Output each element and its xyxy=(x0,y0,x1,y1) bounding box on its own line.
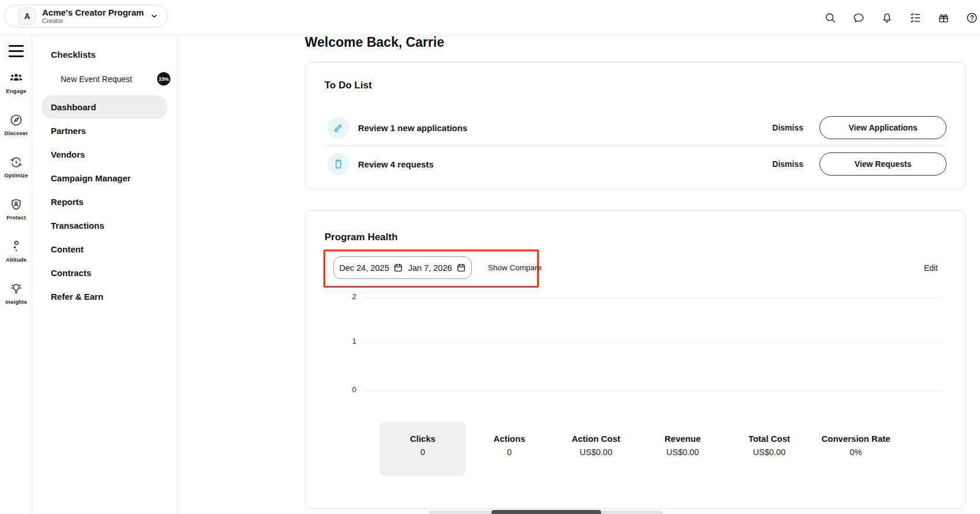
tasks-checklist-icon[interactable] xyxy=(909,12,922,24)
calendar-icon xyxy=(393,263,403,273)
sidebar-item-transactions[interactable]: Transactions xyxy=(32,214,177,237)
program-role: Creator xyxy=(42,17,144,25)
rail-item-engage[interactable]: Engage xyxy=(0,71,32,94)
metric-value: US$0.00 xyxy=(753,448,785,457)
metric-tab-revenue[interactable]: Revenue US$0.00 xyxy=(639,422,726,476)
sidebar-item-contracts[interactable]: Contracts xyxy=(32,261,177,285)
edit-link[interactable]: Edit xyxy=(924,262,938,274)
rail-label: Altitude xyxy=(6,256,27,263)
checklists-header: Checklists xyxy=(51,50,96,60)
dismiss-link[interactable]: Dismiss xyxy=(772,159,803,169)
signature-pen-icon xyxy=(327,117,349,139)
date-range-picker[interactable]: Dec 24, 2025 Jan 7, 2026 xyxy=(333,256,472,279)
altitude-dots-icon xyxy=(9,240,23,254)
chevron-down-icon xyxy=(150,12,158,20)
todo-row-applications: Review 1 new applications Dismiss View A… xyxy=(305,110,965,146)
rail-label: Insights xyxy=(5,299,27,305)
metric-label: Conversion Rate xyxy=(821,434,890,444)
program-health-chart: 2 1 0 xyxy=(305,292,965,407)
sidebar-item-label: Campaign Manager xyxy=(51,173,131,183)
sidebar-item-label: Transactions xyxy=(51,221,105,230)
sidebar-item-label: Content xyxy=(51,244,84,254)
todo-list-card: To Do List Review 1 new applications Dis… xyxy=(305,62,966,189)
discover-compass-icon xyxy=(9,113,23,127)
hamburger-menu-icon[interactable] xyxy=(9,45,24,57)
metric-tabs: Clicks 0 Actions 0 Action Cost US$0.00 R… xyxy=(379,422,899,476)
metric-tab-total-cost[interactable]: Total Cost US$0.00 xyxy=(726,422,813,476)
date-start-value: Dec 24, 2025 xyxy=(339,263,389,273)
metric-tab-action-cost[interactable]: Action Cost US$0.00 xyxy=(553,422,639,476)
dismiss-link[interactable]: Dismiss xyxy=(772,123,803,132)
insights-lightbulb-icon xyxy=(9,282,23,296)
sidebar-item-vendors[interactable]: Vendors xyxy=(32,143,177,166)
metric-label: Action Cost xyxy=(572,434,620,444)
date-start[interactable]: Dec 24, 2025 xyxy=(339,263,403,273)
metric-label: Clicks xyxy=(410,434,435,444)
program-name: Acme's Creator Program xyxy=(42,8,144,17)
sidebar-item-reports[interactable]: Reports xyxy=(32,190,177,214)
rail-label: Discover xyxy=(5,130,28,136)
program-health-title: Program Health xyxy=(325,232,398,243)
page-title: Welcome Back, Carrie xyxy=(305,35,444,50)
top-bar: A Acme's Creator Program Creator xyxy=(0,0,980,36)
sidebar: Checklists New Event Request 33% Dashboa… xyxy=(32,36,177,514)
rail-item-protect[interactable]: Protect xyxy=(0,198,32,221)
metric-label: Total Cost xyxy=(748,434,790,444)
rail-item-optimize[interactable]: Optimize xyxy=(0,155,32,178)
notifications-bell-icon[interactable] xyxy=(881,12,893,24)
sidebar-item-label: Refer & Earn xyxy=(51,292,103,301)
rail-item-discover[interactable]: Discover xyxy=(0,113,32,136)
rail-item-insights[interactable]: Insights xyxy=(0,282,32,305)
rewards-gift-icon[interactable] xyxy=(937,12,950,24)
rail-label: Optimize xyxy=(5,172,28,178)
y-tick: 2 xyxy=(345,292,356,301)
sidebar-item-content[interactable]: Content xyxy=(32,237,177,261)
show-compare-link[interactable]: Show Compare xyxy=(488,262,542,274)
calendar-icon xyxy=(456,263,466,273)
search-icon[interactable] xyxy=(824,12,837,24)
sidebar-item-label: Contracts xyxy=(51,268,91,278)
program-avatar: A xyxy=(18,8,36,25)
dashboard-page: A Acme's Creator Program Creator xyxy=(0,0,980,514)
checklist-item-label: New Event Request xyxy=(61,75,132,84)
topbar-icon-group xyxy=(824,0,978,36)
progress-badge: 33% xyxy=(157,72,170,85)
mobile-device-icon xyxy=(327,153,349,175)
metric-tab-conversion-rate[interactable]: Conversion Rate 0% xyxy=(813,422,899,476)
engage-people-icon xyxy=(9,71,23,85)
sidebar-item-label: Dashboard xyxy=(51,102,96,112)
view-requests-button[interactable]: View Requests xyxy=(819,152,947,176)
rail-item-altitude[interactable]: Altitude xyxy=(0,240,32,263)
sidebar-item-refer-earn[interactable]: Refer & Earn xyxy=(32,285,177,308)
metric-value: 0 xyxy=(420,448,425,457)
program-switcher[interactable]: A Acme's Creator Program Creator xyxy=(4,5,168,28)
metric-label: Revenue xyxy=(665,434,701,444)
sidebar-item-partners[interactable]: Partners xyxy=(32,119,177,143)
chat-icon[interactable] xyxy=(852,12,865,24)
sidebar-item-label: Partners xyxy=(51,126,86,136)
metric-tab-clicks[interactable]: Clicks 0 xyxy=(379,422,466,476)
program-health-card: Program Health Dec 24, 2025 Jan 7, 2026 … xyxy=(305,210,966,509)
date-end[interactable]: Jan 7, 2026 xyxy=(408,263,466,273)
rail-label: Protect xyxy=(6,214,25,221)
sidebar-item-label: Reports xyxy=(51,197,84,207)
metric-value: 0% xyxy=(850,448,862,457)
horizontal-scrollbar-thumb[interactable] xyxy=(491,510,601,514)
help-icon[interactable] xyxy=(966,12,978,24)
todo-list-title: To Do List xyxy=(325,80,372,91)
program-switcher-text: Acme's Creator Program Creator xyxy=(42,8,144,25)
todo-row-requests: Review 4 requests Dismiss View Requests xyxy=(305,146,965,182)
y-tick: 0 xyxy=(345,385,356,394)
gridline xyxy=(362,342,943,342)
sidebar-item-campaign-manager[interactable]: Campaign Manager xyxy=(32,166,177,190)
todo-text: Review 4 requests xyxy=(358,159,434,169)
gridline xyxy=(362,297,943,298)
sidebar-item-dashboard[interactable]: Dashboard xyxy=(42,95,167,119)
metric-tab-actions[interactable]: Actions 0 xyxy=(466,422,553,476)
metric-value: 0 xyxy=(507,448,512,457)
checklist-item-new-event-request[interactable]: New Event Request 33% xyxy=(61,72,170,85)
view-applications-button[interactable]: View Applications xyxy=(819,116,947,139)
metric-value: US$0.00 xyxy=(666,448,699,457)
icon-rail: Engage Discover Optimize Protect Altitud xyxy=(0,36,32,514)
metric-label: Actions xyxy=(493,434,525,444)
